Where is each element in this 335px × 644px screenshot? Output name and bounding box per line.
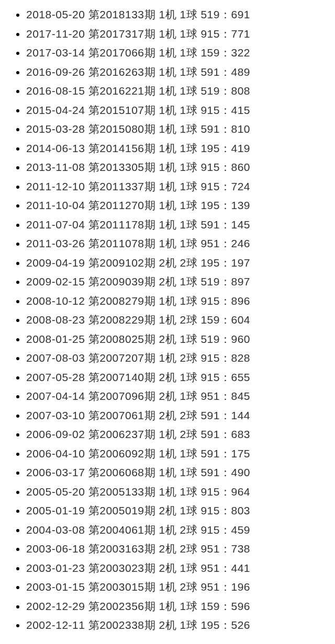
colon: ： [220, 486, 231, 498]
entry-num-b: 691 [231, 8, 250, 20]
entry-ball: 1 [180, 447, 186, 459]
ball-suffix: 球 [186, 104, 198, 116]
entry-issue: 2007096 [99, 390, 144, 402]
entry-ball: 2 [180, 543, 186, 555]
entry-num-b: 596 [231, 600, 250, 612]
issue-prefix: 第 [88, 371, 100, 383]
entry-machine: 1 [159, 104, 165, 116]
colon: ： [220, 180, 231, 192]
entry-num-a: 195 [200, 199, 220, 211]
entry-date: 2003-01-15 [26, 581, 85, 593]
entry-issue: 2013305 [99, 161, 144, 173]
issue-suffix: 期 [144, 619, 156, 631]
entry-ball: 1 [180, 295, 186, 307]
colon: ： [220, 466, 231, 478]
ball-suffix: 球 [186, 619, 198, 631]
entry-issue: 2008229 [99, 314, 144, 326]
ball-suffix: 球 [186, 295, 198, 307]
entry-num-a: 195 [200, 257, 220, 269]
machine-suffix: 机 [165, 199, 177, 211]
entry-machine: 1 [159, 447, 165, 459]
entry-issue: 2002356 [99, 600, 144, 612]
entry-ball: 2 [180, 581, 186, 593]
entry-date: 2009-02-15 [26, 275, 85, 288]
ball-suffix: 球 [186, 352, 198, 364]
machine-suffix: 机 [165, 180, 177, 192]
entry-machine: 1 [159, 47, 165, 59]
entry-num-b: 724 [231, 180, 250, 192]
issue-prefix: 第 [88, 447, 100, 459]
ball-suffix: 球 [186, 237, 198, 249]
entry-num-b: 683 [231, 428, 250, 440]
machine-suffix: 机 [165, 600, 177, 612]
issue-suffix: 期 [144, 409, 156, 421]
list-item: 2002-12-29 第2002356期 1机 1球 159：596 [26, 597, 335, 616]
issue-prefix: 第 [88, 543, 100, 555]
entry-machine: 1 [159, 314, 165, 326]
issue-prefix: 第 [88, 581, 100, 593]
entry-ball: 2 [180, 257, 186, 269]
entry-num-a: 915 [200, 295, 220, 307]
entry-date: 2006-03-17 [26, 466, 85, 478]
entry-date: 2003-01-23 [26, 562, 85, 574]
entry-num-a: 951 [200, 390, 220, 402]
entry-num-a: 915 [200, 161, 220, 173]
issue-prefix: 第 [88, 619, 100, 631]
entry-date: 2018-05-20 [26, 8, 85, 20]
entry-date: 2015-04-24 [26, 104, 85, 116]
entry-ball: 1 [180, 199, 186, 211]
entry-issue: 2011270 [99, 199, 144, 211]
entry-date: 2008-01-25 [26, 333, 85, 345]
entry-num-a: 915 [200, 371, 220, 383]
ball-suffix: 球 [186, 562, 198, 574]
list-item: 2007-04-14 第2007096期 2机 1球 951：845 [26, 387, 335, 406]
entry-issue: 2011078 [99, 237, 144, 249]
entry-machine: 1 [159, 85, 165, 97]
entry-num-a: 915 [200, 352, 220, 364]
colon: ： [220, 218, 231, 231]
machine-suffix: 机 [165, 619, 177, 631]
colon: ： [220, 123, 231, 135]
entry-num-b: 322 [231, 47, 250, 59]
ball-suffix: 球 [186, 47, 198, 59]
ball-suffix: 球 [186, 8, 198, 20]
entry-ball: 1 [180, 619, 186, 631]
entry-num-b: 139 [231, 199, 250, 211]
colon: ： [220, 352, 231, 364]
entry-date: 2008-10-12 [26, 295, 85, 307]
colon: ： [220, 47, 231, 59]
issue-suffix: 期 [144, 47, 156, 59]
issue-prefix: 第 [88, 390, 100, 402]
entry-ball: 1 [180, 466, 186, 478]
issue-suffix: 期 [144, 142, 156, 154]
entry-date: 2009-04-19 [26, 257, 85, 269]
issue-suffix: 期 [144, 85, 156, 97]
issue-suffix: 期 [144, 428, 156, 440]
issue-suffix: 期 [144, 275, 156, 288]
entry-num-a: 915 [200, 486, 220, 498]
entry-ball: 1 [180, 85, 186, 97]
entry-num-b: 897 [231, 275, 250, 288]
ball-suffix: 球 [186, 600, 198, 612]
machine-suffix: 机 [165, 142, 177, 154]
machine-suffix: 机 [165, 8, 177, 20]
machine-suffix: 机 [165, 409, 177, 421]
entry-machine: 1 [159, 466, 165, 478]
entry-machine: 1 [159, 8, 165, 20]
list-item: 2009-04-19 第2009102期 2机 2球 195：197 [26, 254, 335, 273]
entry-machine: 1 [159, 237, 165, 249]
entry-num-a: 915 [200, 180, 220, 192]
issue-prefix: 第 [88, 562, 100, 574]
entry-date: 2011-07-04 [26, 218, 85, 231]
issue-prefix: 第 [88, 47, 100, 59]
ball-suffix: 球 [186, 180, 198, 192]
entry-issue: 2007061 [99, 409, 144, 421]
list-item: 2007-05-28 第2007140期 2机 1球 915：655 [26, 368, 335, 387]
issue-prefix: 第 [88, 314, 100, 326]
entry-ball: 1 [180, 28, 186, 40]
colon: ： [220, 275, 231, 288]
entry-date: 2008-08-23 [26, 314, 85, 326]
list-item: 2006-04-10 第2006092期 1机 1球 591：175 [26, 444, 335, 464]
entry-num-b: 526 [231, 619, 250, 631]
entry-ball: 1 [180, 486, 186, 498]
